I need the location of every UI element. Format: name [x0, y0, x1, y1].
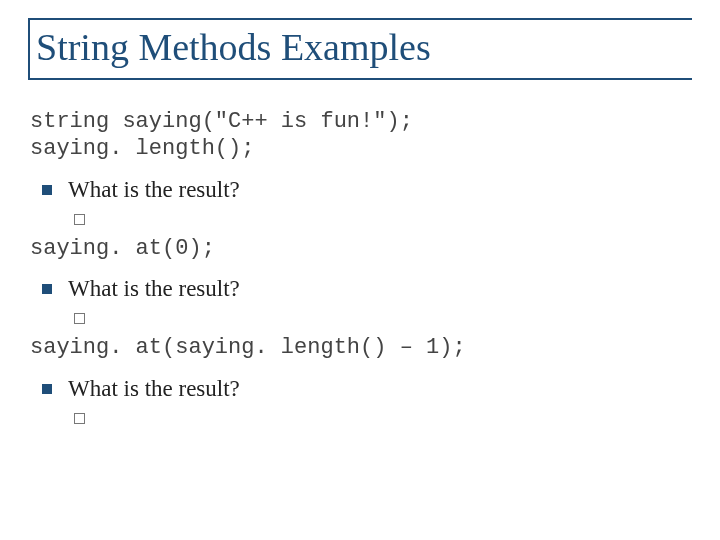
sub-list-item: [30, 310, 692, 328]
square-bullet-outline-icon: [74, 413, 85, 424]
code-block-3: saying. at(saying. length() – 1);: [30, 334, 692, 362]
sub-list-item: [30, 410, 692, 428]
square-bullet-icon: [42, 185, 52, 195]
question-3: What is the result?: [68, 376, 240, 402]
question-1: What is the result?: [68, 177, 240, 203]
code-block-2: saying. at(0);: [30, 235, 692, 263]
sub-list-item: [30, 211, 692, 229]
code-block-1-line-1: string saying("C++ is fun!");: [30, 108, 692, 136]
slide: String Methods Examples string saying("C…: [0, 0, 720, 540]
list-item: What is the result?: [30, 276, 692, 302]
list-item: What is the result?: [30, 376, 692, 402]
content-area: string saying("C++ is fun!"); saying. le…: [28, 108, 692, 428]
list-item: What is the result?: [30, 177, 692, 203]
square-bullet-icon: [42, 284, 52, 294]
square-bullet-outline-icon: [74, 214, 85, 225]
square-bullet-icon: [42, 384, 52, 394]
square-bullet-outline-icon: [74, 313, 85, 324]
code-block-1-line-2: saying. length();: [30, 135, 692, 163]
slide-title: String Methods Examples: [36, 28, 692, 68]
question-2: What is the result?: [68, 276, 240, 302]
title-container: String Methods Examples: [28, 18, 692, 80]
